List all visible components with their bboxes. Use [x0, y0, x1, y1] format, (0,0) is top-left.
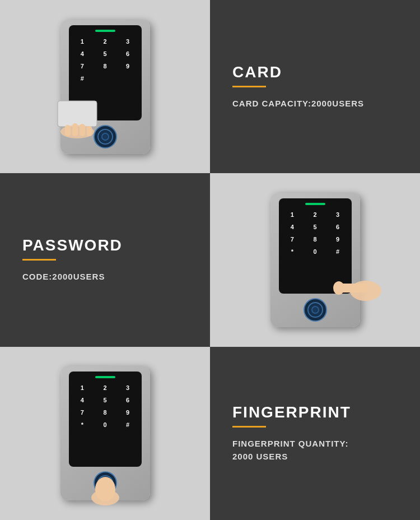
key-8: 8 [95, 61, 115, 71]
device-led-2 [305, 203, 325, 205]
svg-point-10 [95, 477, 115, 502]
device-led-3 [95, 376, 115, 378]
key-2: 2 [95, 36, 115, 47]
fingerprint-sensor-2 [304, 298, 327, 322]
password-text-cell: PASSWORD CODE:2000USERS [0, 173, 210, 346]
key-4: 4 [72, 49, 93, 59]
fingerprint-text-cell: FINGERPRINT FINGERPRINT QUANTITY:2000 US… [210, 347, 420, 520]
key-hash: # [72, 73, 93, 83]
device-screen-3: 1 2 3 4 5 6 7 8 9 * 0 # [69, 372, 142, 467]
card-description: CARD CAPACITY:2000USERS [232, 97, 398, 110]
password-description: CODE:2000USERS [22, 271, 188, 284]
fingerprint-description: FINGERPRINT QUANTITY:2000 USERS [232, 438, 398, 463]
card-in-hand [55, 98, 111, 143]
key-9b: 9 [328, 234, 348, 244]
card-title-underline [232, 86, 266, 87]
key-6: 6 [118, 49, 138, 59]
keypad-grid-3: 1 2 3 4 5 6 7 8 9 * 0 # [72, 383, 138, 430]
key-7b: 7 [282, 234, 303, 244]
key-5c: 5 [95, 395, 115, 405]
key-hash-c: # [118, 420, 138, 430]
key-8b: 8 [305, 234, 325, 244]
card-title: CARD [232, 63, 398, 81]
svg-point-8 [333, 281, 344, 295]
pointing-finger [332, 271, 382, 305]
key-6c: 6 [118, 395, 138, 405]
svg-rect-5 [87, 126, 92, 136]
fingerprint-image-cell: 1 2 3 4 5 6 7 8 9 * 0 # [0, 347, 210, 520]
key-9c: 9 [118, 407, 138, 417]
svg-rect-4 [80, 124, 85, 136]
key-3: 3 [118, 36, 138, 47]
key-6b: 6 [328, 222, 348, 232]
key-0b: 0 [305, 247, 325, 257]
key-5: 5 [95, 49, 115, 59]
fp-ring-inner-2 [311, 306, 319, 314]
key-7c: 7 [72, 407, 93, 417]
thumb-pressing [86, 472, 125, 506]
keypad-grid: 1 2 3 4 5 6 7 8 9 # [72, 36, 138, 83]
key-4b: 4 [282, 222, 303, 232]
key-7: 7 [72, 61, 93, 71]
key-0c: 0 [95, 420, 115, 430]
key-1c: 1 [72, 383, 93, 393]
svg-rect-2 [65, 125, 71, 136]
key-3c: 3 [118, 383, 138, 393]
keypad-device-password: 1 2 3 4 5 6 7 8 9 * 0 # [270, 193, 360, 327]
key-hash-b: # [328, 247, 348, 257]
password-image-cell: 1 2 3 4 5 6 7 8 9 * 0 # [210, 173, 420, 346]
key-1: 1 [72, 36, 93, 47]
key-1b: 1 [282, 210, 303, 220]
keypad-grid-2: 1 2 3 4 5 6 7 8 9 * 0 # [282, 210, 348, 257]
card-image-cell: 1 2 3 4 5 6 7 8 9 # [0, 0, 210, 173]
fingerprint-title-underline [232, 426, 266, 428]
password-title-underline [22, 259, 56, 261]
device-led [95, 30, 115, 32]
card-text-cell: CARD CARD CAPACITY:2000USERS [210, 0, 420, 173]
key-star-c: * [72, 420, 93, 430]
key-2b: 2 [305, 210, 325, 220]
key-4c: 4 [72, 395, 93, 405]
key-5b: 5 [305, 222, 325, 232]
key-2c: 2 [95, 383, 115, 393]
svg-rect-3 [72, 123, 78, 136]
key-star-b: * [282, 247, 303, 257]
password-title: PASSWORD [22, 236, 188, 254]
key-8c: 8 [95, 407, 115, 417]
key-9: 9 [118, 61, 138, 71]
svg-rect-0 [58, 101, 97, 127]
fingerprint-title: FINGERPRINT [232, 403, 398, 421]
key-3b: 3 [328, 210, 348, 220]
